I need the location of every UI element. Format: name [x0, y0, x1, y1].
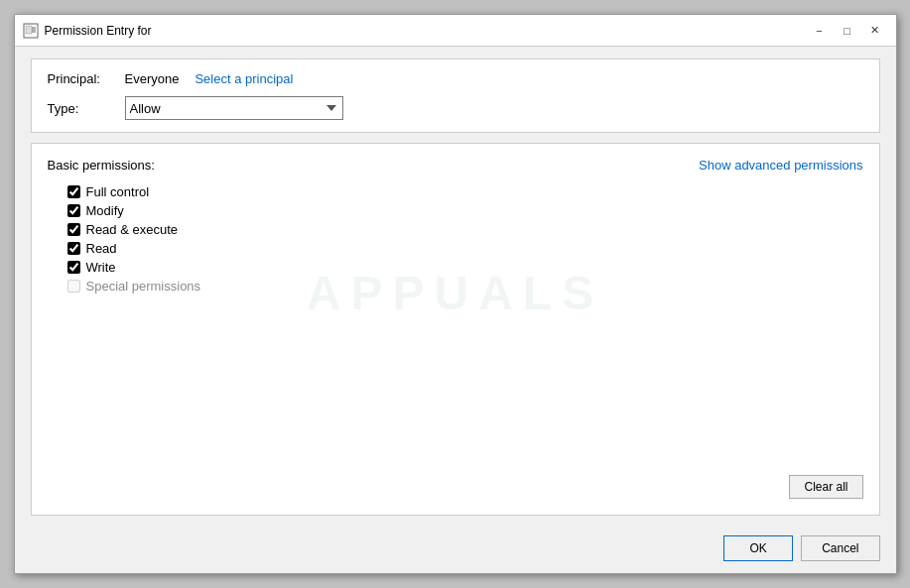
read-checkbox[interactable] [67, 242, 80, 255]
full-control-label: Full control [86, 184, 150, 199]
permissions-section: Basic permissions: Show advanced permiss… [31, 143, 880, 516]
write-label: Write [86, 260, 116, 275]
footer: OK Cancel [15, 528, 896, 573]
special-permissions-checkbox[interactable] [67, 280, 80, 293]
select-principal-link[interactable]: Select a principal [195, 71, 293, 86]
close-button[interactable]: ✕ [862, 20, 888, 42]
modify-label: Modify [86, 203, 124, 218]
read-label: Read [86, 241, 117, 256]
list-item: Modify [67, 203, 863, 218]
maximize-button[interactable]: □ [835, 20, 860, 42]
full-control-checkbox[interactable] [67, 185, 80, 198]
permission-entry-dialog: Permission Entry for − □ ✕ Principal: Ev… [14, 14, 897, 574]
principal-value: Everyone [125, 71, 180, 86]
modify-checkbox[interactable] [67, 204, 80, 217]
section-title: Basic permissions: [48, 158, 155, 173]
window-title: Permission Entry for [45, 24, 807, 38]
principal-row: Principal: Everyone Select a principal [48, 71, 863, 86]
principal-type-section: Principal: Everyone Select a principal T… [31, 59, 880, 133]
type-label: Type: [48, 101, 117, 116]
title-bar: Permission Entry for − □ ✕ [15, 15, 896, 47]
section-header: Basic permissions: Show advanced permiss… [48, 158, 863, 173]
cancel-button[interactable]: Cancel [801, 535, 879, 561]
list-item: Read & execute [67, 222, 863, 237]
write-checkbox[interactable] [67, 261, 80, 274]
svg-rect-1 [26, 26, 32, 34]
window-content: Principal: Everyone Select a principal T… [15, 47, 896, 528]
list-item: Read [67, 241, 863, 256]
list-item: Write [67, 260, 863, 275]
dialog-icon [23, 23, 39, 39]
clear-all-button[interactable]: Clear all [789, 475, 862, 499]
type-row: Type: Allow Deny [48, 96, 863, 120]
type-select[interactable]: Allow Deny [125, 96, 343, 120]
read-execute-checkbox[interactable] [67, 223, 80, 236]
permissions-list: Full control Modify Read & execute Read [48, 184, 863, 294]
special-permissions-label: Special permissions [86, 279, 201, 294]
list-item: Special permissions [67, 279, 863, 294]
list-item: Full control [67, 184, 863, 199]
show-advanced-link[interactable]: Show advanced permissions [699, 158, 862, 173]
read-execute-label: Read & execute [86, 222, 179, 237]
ok-button[interactable]: OK [723, 535, 793, 561]
window-controls: − □ ✕ [807, 20, 888, 42]
minimize-button[interactable]: − [807, 20, 833, 42]
principal-label: Principal: [48, 71, 117, 86]
